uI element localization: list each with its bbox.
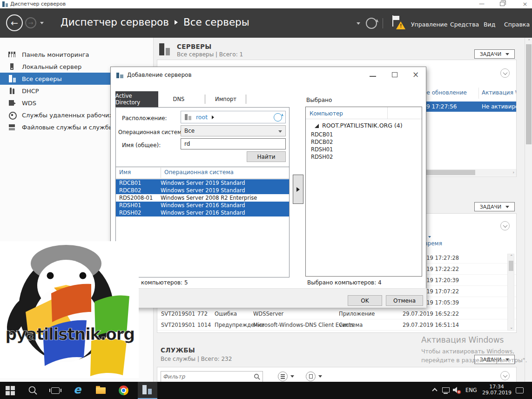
dashboard-icon bbox=[8, 51, 16, 58]
list-icon bbox=[278, 372, 288, 381]
menu-tools[interactable]: Средства bbox=[450, 21, 479, 28]
result-row[interactable]: RDCB01 Windows Server 2019 Standard bbox=[116, 179, 289, 187]
dialog-title: Добавление серверов bbox=[127, 72, 192, 78]
notifications-dropdown-icon[interactable] bbox=[357, 22, 360, 25]
time: 17:34 bbox=[482, 384, 511, 390]
results-col-os[interactable]: Операционная система bbox=[164, 169, 234, 176]
menu-management[interactable]: Управление bbox=[411, 21, 447, 28]
cancel-button[interactable]: Отмена bbox=[386, 295, 423, 306]
event-severity: Ошибка bbox=[215, 308, 253, 319]
dialog-close-button[interactable]: × bbox=[412, 70, 419, 79]
result-row[interactable]: RDCB02 Windows Server 2019 Standard bbox=[116, 187, 289, 194]
filter-list-button[interactable] bbox=[278, 372, 294, 381]
window-close-button[interactable]: × bbox=[519, 0, 531, 7]
col-activation[interactable]: Активация Windows bbox=[482, 89, 516, 96]
desktop: Диспетчер серверов — × ← → Диспетчер сер… bbox=[0, 0, 532, 399]
notification-flag-icon[interactable]: ! bbox=[392, 15, 408, 31]
caret-down-icon bbox=[318, 375, 322, 378]
breadcrumb-root[interactable]: Диспетчер серверов bbox=[61, 16, 169, 28]
menu-view[interactable]: Вид bbox=[484, 21, 495, 28]
taskbar: e ENG 17:34 29.07.2019 bbox=[0, 382, 532, 399]
volume-muted-icon[interactable] bbox=[452, 386, 461, 394]
services-collapse-icon[interactable] bbox=[500, 371, 510, 380]
action-center-icon[interactable] bbox=[516, 387, 524, 393]
sidebar-item[interactable]: Панель мониторинга bbox=[0, 48, 153, 61]
result-name: RDSH01 bbox=[116, 202, 161, 209]
filter-input[interactable] bbox=[163, 372, 249, 381]
event-row[interactable]: SVT2019S01 1014 Предупреждение Microsoft… bbox=[157, 319, 516, 331]
ok-button[interactable]: OK bbox=[348, 295, 382, 306]
start-button[interactable] bbox=[6, 386, 15, 395]
location-field[interactable]: root bbox=[181, 111, 286, 123]
event-row[interactable]: SVT2019S01 772 Ошибка WDSServer Приложен… bbox=[157, 308, 516, 319]
services-section-subtitle: Все службы | Всего: 232 bbox=[161, 356, 232, 362]
arrow-right-icon bbox=[296, 187, 300, 192]
filter-save-button[interactable] bbox=[306, 372, 322, 381]
clock[interactable]: 17:34 29.07.2019 bbox=[482, 384, 511, 396]
menu-help[interactable]: Справка bbox=[504, 21, 530, 28]
location-label: Расположение: bbox=[122, 115, 167, 122]
events-tasks-button[interactable]: ЗАДАЧИ bbox=[474, 202, 515, 211]
sidebar-item-label: DHCP bbox=[22, 88, 39, 95]
server-manager-icon bbox=[2, 1, 8, 7]
selected-computer[interactable]: RDSH02 bbox=[308, 153, 420, 161]
servers-collapse-icon[interactable] bbox=[500, 68, 510, 78]
taskbar-search-icon[interactable] bbox=[28, 385, 38, 396]
sidebar-item-label: Локальный сервер bbox=[22, 63, 81, 70]
selected-col-computer[interactable]: Компьютер bbox=[310, 110, 343, 117]
servers-tasks-button[interactable]: ЗАДАЧИ bbox=[474, 49, 515, 59]
tab-import[interactable]: Импорт bbox=[210, 91, 242, 107]
navbar-divider bbox=[383, 18, 383, 28]
back-button[interactable]: ← bbox=[6, 14, 23, 31]
selected-group[interactable]: ROOT.PYATILISTNIK.ORG (4) bbox=[322, 122, 403, 129]
results-col-name[interactable]: Имя bbox=[119, 169, 131, 176]
file-explorer-icon[interactable] bbox=[96, 387, 106, 394]
add-selected-button[interactable] bbox=[293, 175, 303, 204]
events-vscrollbar[interactable]: ⌃ ⌄ bbox=[507, 254, 514, 331]
tray-expand-icon[interactable] bbox=[433, 389, 437, 392]
result-os: Windows Server 2008 R2 Enterprise bbox=[161, 194, 289, 202]
result-row[interactable]: RDSH01 Windows Server 2016 Standard bbox=[116, 202, 289, 209]
selected-list: RDCB01 RDCB02 RDSH01 RDSH02 bbox=[308, 131, 420, 161]
language-indicator[interactable]: ENG bbox=[465, 387, 477, 393]
main-vscrollbar[interactable]: ⌃ bbox=[525, 38, 532, 382]
event-server: SVT2019S01 bbox=[157, 308, 197, 319]
selected-computer[interactable]: RDCB02 bbox=[308, 138, 420, 146]
servers-section-title: СЕРВЕРЫ bbox=[177, 43, 212, 50]
servers-section-subtitle: Все серверы | Всего: 1 bbox=[177, 51, 243, 58]
tasks-caret-icon bbox=[505, 53, 509, 55]
server-manager-taskbar-button[interactable] bbox=[138, 382, 157, 399]
window-restore-button[interactable] bbox=[500, 2, 505, 6]
dialog-minimize-button[interactable] bbox=[370, 76, 376, 77]
refresh-icon[interactable] bbox=[366, 18, 377, 29]
location-refresh-icon[interactable] bbox=[274, 113, 282, 122]
chrome-icon[interactable] bbox=[119, 385, 128, 395]
tree-expanded-icon[interactable] bbox=[315, 124, 319, 128]
search-icon[interactable] bbox=[254, 373, 261, 380]
forward-button[interactable]: → bbox=[25, 17, 36, 28]
result-row[interactable]: RDS2008-01 Windows Server 2008 R2 Enterp… bbox=[116, 194, 289, 202]
selected-computer[interactable]: RDCB01 bbox=[308, 131, 420, 138]
internet-explorer-icon[interactable]: e bbox=[74, 383, 81, 396]
os-select[interactable]: Все bbox=[181, 125, 286, 136]
tab-dns[interactable]: DNS bbox=[164, 91, 193, 107]
dialog-maximize-button[interactable] bbox=[392, 72, 397, 77]
dhcp-icon bbox=[8, 87, 16, 95]
find-button[interactable]: Найти bbox=[247, 151, 286, 162]
window-minimize-button[interactable]: — bbox=[476, 0, 487, 7]
task-view-icon[interactable] bbox=[51, 387, 60, 394]
name-field[interactable]: rd bbox=[181, 138, 286, 149]
tab-active-directory[interactable]: Active Directory bbox=[115, 91, 158, 107]
network-icon[interactable] bbox=[442, 387, 450, 392]
history-dropdown-icon[interactable] bbox=[40, 22, 44, 24]
result-name: RDCB01 bbox=[116, 179, 161, 187]
result-row[interactable]: RDSH02 Windows Server 2016 Standard bbox=[116, 209, 289, 216]
event-server: SVT2019S01 bbox=[157, 319, 197, 331]
event-code: 1014 bbox=[197, 319, 215, 331]
svg-text:pyatilistnik.org: pyatilistnik.org bbox=[5, 325, 135, 344]
result-name: RDSH02 bbox=[116, 209, 161, 216]
selected-computer[interactable]: RDSH01 bbox=[308, 146, 420, 153]
events-collapse-icon[interactable] bbox=[500, 221, 510, 230]
result-os: Windows Server 2019 Standard bbox=[161, 187, 289, 194]
caret-down-icon bbox=[290, 375, 294, 378]
